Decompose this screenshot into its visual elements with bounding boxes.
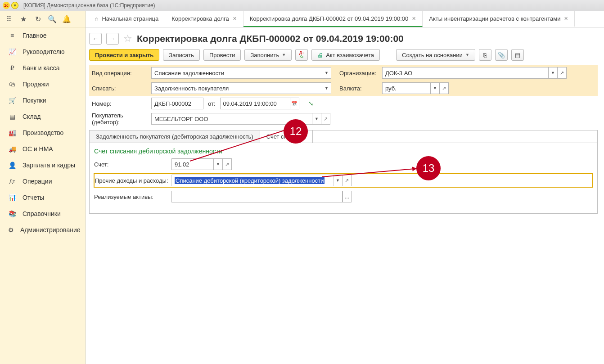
- org-dropdown-button[interactable]: ▼: [549, 67, 558, 79]
- number-input[interactable]: ДКБП-000002: [151, 98, 203, 109]
- nav-back-button[interactable]: ←: [89, 33, 102, 45]
- assets-input[interactable]: [171, 191, 343, 202]
- income-open-button[interactable]: ↗: [343, 175, 352, 186]
- tab-label: Начальная страница: [102, 15, 158, 22]
- dtkt-icon: Дт: [8, 177, 16, 185]
- post-and-close-button[interactable]: Провести и закрыть: [89, 49, 159, 61]
- ruble-icon: ₽: [8, 64, 16, 72]
- currency-open-button[interactable]: ↗: [440, 82, 449, 94]
- close-icon[interactable]: ✕: [564, 16, 568, 22]
- sidebar-label: Банк и касса: [23, 64, 59, 72]
- save-button[interactable]: Записать: [163, 49, 200, 61]
- star-icon[interactable]: ★: [19, 15, 28, 24]
- truck-icon: 🚚: [8, 145, 16, 153]
- org-open-button[interactable]: ↗: [558, 67, 567, 79]
- sidebar-item-catalogs[interactable]: 📚Справочники: [0, 206, 85, 222]
- post-button[interactable]: Провести: [203, 49, 241, 61]
- op-type-dropdown-button[interactable]: ▼: [322, 67, 331, 79]
- nav-forward-button[interactable]: →: [106, 33, 119, 45]
- sidebar-item-production[interactable]: 🏭Производство: [0, 125, 85, 141]
- close-icon[interactable]: ✕: [233, 16, 237, 22]
- sidebar-item-manager[interactable]: 📈Руководителю: [0, 44, 85, 60]
- account-open-button[interactable]: ↗: [223, 158, 232, 170]
- list-button[interactable]: ▤: [511, 49, 524, 61]
- assets-select-button[interactable]: …: [343, 191, 352, 202]
- apps-icon[interactable]: ⠿: [5, 15, 14, 24]
- write-off-label: Списать:: [89, 85, 151, 92]
- create-based-on-button[interactable]: Создать на основании▼: [396, 49, 475, 61]
- sidebar-item-sales[interactable]: 🛍Продажи: [0, 76, 85, 92]
- buyer-label: Покупатель (дебитор):: [89, 112, 151, 126]
- annotation-callout-12: 12: [284, 119, 308, 144]
- person-icon: 👤: [8, 161, 16, 169]
- toolbar: Провести и закрыть Записать Провести Зап…: [89, 49, 598, 61]
- sidebar-label: Руководителю: [23, 48, 64, 55]
- buyer-dropdown-button[interactable]: ▼: [312, 113, 321, 125]
- sidebar-item-bank[interactable]: ₽Банк и касса: [0, 60, 85, 76]
- chevron-down-icon: ▼: [465, 53, 469, 57]
- favorites-dropdown-icon[interactable]: ▾: [11, 2, 18, 9]
- attach-button[interactable]: 📎: [495, 49, 508, 61]
- print-act-button[interactable]: 🖨Акт взаимозачета: [311, 49, 380, 61]
- copy-button[interactable]: ⎘: [479, 49, 491, 61]
- boxes-icon: ▤: [8, 112, 16, 121]
- sidebar-label: Операции: [23, 178, 52, 185]
- sidebar-item-purchases[interactable]: 🛒Покупки: [0, 92, 85, 108]
- tab-debt-correction-doc[interactable]: Корректировка долга ДКБП-000002 от 09.04…: [243, 11, 423, 27]
- doc-tab-body: Счет списания дебиторской задолженности …: [89, 143, 598, 214]
- org-input[interactable]: ДОК-3 АО: [382, 67, 549, 79]
- chart-icon: 📈: [8, 48, 16, 56]
- income-dropdown-button[interactable]: ▼: [334, 175, 343, 186]
- sidebar-item-main[interactable]: ≡Главное: [0, 27, 85, 44]
- currency-dropdown-button[interactable]: ▼: [431, 82, 440, 94]
- tab-home[interactable]: ⌂Начальная страница: [88, 11, 165, 27]
- buyer-open-button[interactable]: ↗: [321, 113, 330, 125]
- sidebar-item-assets[interactable]: 🚚ОС и НМА: [0, 141, 85, 157]
- close-icon[interactable]: ✕: [412, 16, 416, 22]
- sidebar-label: Администрирование: [20, 226, 81, 234]
- sidebar-label: Отчеты: [23, 194, 44, 201]
- sidebar-label: Справочники: [23, 210, 61, 217]
- sidebar-item-warehouse[interactable]: ▤Склад: [0, 108, 85, 125]
- account-dropdown-button[interactable]: ▼: [214, 158, 223, 170]
- gear-icon: ⚙: [8, 226, 14, 234]
- button-label: Создать на основании: [402, 52, 463, 58]
- sidebar-label: Зарплата и кадры: [23, 162, 75, 169]
- sidebar-item-reports[interactable]: 📊Отчеты: [0, 189, 85, 206]
- report-icon: 📊: [8, 193, 16, 202]
- sidebar-label: Главное: [23, 32, 47, 39]
- sidebar-item-salary[interactable]: 👤Зарплата и кадры: [0, 157, 85, 173]
- calendar-button[interactable]: 📅: [290, 98, 299, 109]
- section-title: Счет списания дебиторской задолженности: [94, 148, 593, 155]
- currency-input[interactable]: руб.: [382, 82, 431, 94]
- doc-tab-debt[interactable]: Задолженность покупателя (дебиторская за…: [90, 130, 260, 143]
- date-input[interactable]: 09.04.2019 19:00:00: [220, 98, 290, 109]
- write-off-dropdown-button[interactable]: ▼: [322, 82, 331, 94]
- tab-debt-correction-list[interactable]: Корректировка долга✕: [165, 11, 243, 27]
- annotation-callout-13: 13: [416, 156, 441, 180]
- income-input[interactable]: Списание дебиторской (кредиторской) задо…: [171, 175, 334, 186]
- org-label: Организация:: [339, 70, 382, 76]
- favorite-star-icon[interactable]: ☆: [123, 33, 132, 45]
- income-label: Прочие доходы и расходы:: [95, 177, 171, 184]
- sidebar: ⠿ ★ ↻ 🔍 🔔 ≡Главное 📈Руководителю ₽Банк и…: [0, 11, 86, 364]
- op-type-label: Вид операции:: [89, 70, 151, 76]
- sidebar-item-operations[interactable]: ДтОперации: [0, 173, 85, 189]
- factory-icon: 🏭: [8, 129, 16, 137]
- history-icon[interactable]: ↻: [33, 15, 42, 24]
- search-icon[interactable]: 🔍: [48, 15, 57, 24]
- chevron-down-icon: ▼: [282, 53, 286, 57]
- button-label: Акт взаимозачета: [326, 52, 374, 58]
- currency-label: Валюта:: [339, 85, 382, 92]
- sidebar-item-admin[interactable]: ⚙Администрирование: [0, 222, 85, 238]
- dtkt-button[interactable]: ДтКт: [295, 49, 308, 61]
- op-type-input[interactable]: Списание задолженности: [151, 67, 322, 79]
- window-title-bar: 1c ▾ [КОПИЯ] Демонстрационная база (1С:П…: [0, 0, 604, 11]
- sidebar-label: Продажи: [23, 81, 49, 88]
- tab-inventory-acts[interactable]: Акты инвентаризации расчетов с контраген…: [423, 11, 575, 27]
- bell-icon[interactable]: 🔔: [62, 15, 71, 24]
- write-off-input[interactable]: Задолженность покупателя: [151, 82, 322, 94]
- income-selected-text: Списание дебиторской (кредиторской) задо…: [175, 177, 325, 184]
- sidebar-label: ОС и НМА: [23, 145, 53, 153]
- fill-button[interactable]: Заполнить▼: [244, 49, 292, 61]
